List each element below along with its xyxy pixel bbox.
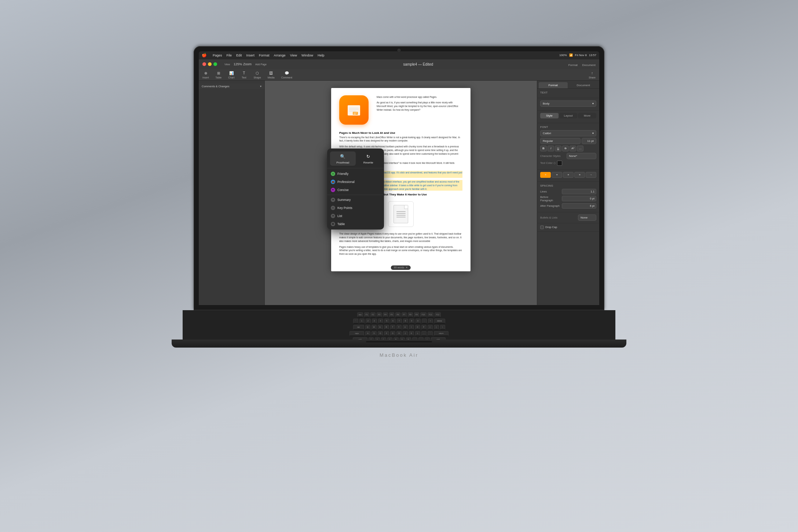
key-v[interactable]: V bbox=[387, 337, 392, 340]
minimize-button[interactable] bbox=[208, 62, 212, 66]
key-caps[interactable]: caps bbox=[349, 331, 364, 336]
key-comma[interactable]: , bbox=[412, 337, 417, 340]
key-f10[interactable]: F10 bbox=[420, 312, 427, 318]
table-button[interactable]: ⊞ Table bbox=[216, 71, 222, 79]
key-k[interactable]: K bbox=[409, 331, 414, 336]
key-esc[interactable]: esc bbox=[357, 312, 363, 318]
format-tab-top[interactable]: Format bbox=[568, 63, 578, 67]
professional-option[interactable]: 💼 Professional bbox=[327, 178, 384, 186]
key-i[interactable]: I bbox=[409, 325, 414, 330]
key-6[interactable]: 6 bbox=[391, 319, 396, 324]
key-s[interactable]: S bbox=[371, 331, 377, 336]
align-right-button[interactable]: ≡ bbox=[563, 172, 574, 178]
key-f[interactable]: F bbox=[384, 331, 389, 336]
key-g[interactable]: G bbox=[390, 331, 395, 336]
key-9[interactable]: 9 bbox=[409, 319, 414, 324]
key-j[interactable]: J bbox=[403, 331, 408, 336]
key-x[interactable]: X bbox=[375, 337, 380, 340]
key-0[interactable]: 0 bbox=[416, 319, 421, 324]
key-4[interactable]: 4 bbox=[378, 319, 383, 324]
key-a[interactable]: A bbox=[365, 331, 370, 336]
menu-window[interactable]: Window bbox=[301, 54, 313, 57]
comment-button[interactable]: 💬 Comment bbox=[281, 71, 292, 79]
key-f12[interactable]: F12 bbox=[435, 312, 441, 318]
key-f5[interactable]: F5 bbox=[389, 312, 394, 318]
key-lbracket[interactable]: [ bbox=[428, 325, 433, 330]
add-page-button[interactable]: Add Page bbox=[254, 62, 268, 66]
key-f8[interactable]: F8 bbox=[408, 312, 413, 318]
key-w[interactable]: W bbox=[371, 325, 377, 330]
key-period[interactable]: . bbox=[418, 337, 424, 340]
key-m[interactable]: M bbox=[406, 337, 411, 340]
share-button[interactable]: ↑ Share bbox=[589, 71, 596, 79]
key-f7[interactable]: F7 bbox=[402, 312, 407, 318]
key-5[interactable]: 5 bbox=[384, 319, 389, 324]
key-quote[interactable]: ' bbox=[428, 331, 433, 336]
key-tab[interactable]: tab bbox=[353, 325, 364, 330]
underline-button[interactable]: U bbox=[555, 146, 561, 151]
key-f11[interactable]: F11 bbox=[428, 312, 434, 318]
font-name-selector[interactable]: Calibri ▾ bbox=[540, 130, 596, 136]
key-p[interactable]: P bbox=[421, 325, 427, 330]
menu-edit[interactable]: Edit bbox=[236, 54, 242, 57]
key-t[interactable]: T bbox=[390, 325, 395, 330]
indent-button[interactable]: → bbox=[586, 172, 596, 178]
concise-option[interactable]: ✂ Concise bbox=[327, 186, 384, 194]
format-tab[interactable]: Format bbox=[539, 82, 568, 88]
key-c[interactable]: C bbox=[381, 337, 386, 340]
options-button[interactable]: … bbox=[577, 146, 583, 151]
menu-help[interactable]: Help bbox=[318, 54, 325, 57]
drop-cap-checkbox[interactable] bbox=[540, 225, 544, 229]
key-slash[interactable]: / bbox=[425, 337, 430, 340]
menu-insert[interactable]: Insert bbox=[246, 54, 255, 57]
apple-menu[interactable]: 🍎 bbox=[202, 53, 207, 58]
key-backtick[interactable]: ` bbox=[353, 319, 358, 324]
close-button[interactable] bbox=[202, 62, 206, 66]
menu-file[interactable]: File bbox=[227, 54, 232, 57]
layout-tab[interactable]: Layout bbox=[559, 113, 578, 118]
key-q[interactable]: Q bbox=[365, 325, 370, 330]
key-u[interactable]: U bbox=[403, 325, 408, 330]
key-l[interactable]: L bbox=[415, 331, 420, 336]
menu-arrange[interactable]: Arrange bbox=[274, 54, 286, 57]
italic-button[interactable]: I bbox=[548, 146, 554, 151]
body-selector[interactable]: Body ▾ bbox=[540, 100, 596, 107]
lines-value[interactable]: 1.1 bbox=[562, 189, 596, 194]
menu-view[interactable]: View bbox=[290, 54, 297, 57]
rewrite-button[interactable]: ↻ Rewrite bbox=[356, 151, 381, 166]
key-minus[interactable]: - bbox=[422, 319, 427, 324]
key-d[interactable]: D bbox=[378, 331, 383, 336]
menu-format[interactable]: Format bbox=[259, 54, 270, 57]
before-para-value[interactable]: 0 pt bbox=[562, 196, 596, 201]
key-f9[interactable]: F9 bbox=[414, 312, 419, 318]
align-left-button[interactable]: ≡ bbox=[540, 172, 551, 178]
strikethrough-button[interactable]: S bbox=[562, 146, 569, 151]
proofread-button[interactable]: 🔍 Proofread bbox=[330, 151, 356, 166]
key-backslash[interactable]: \ bbox=[440, 325, 445, 330]
key-f6[interactable]: F6 bbox=[395, 312, 400, 318]
key-n[interactable]: N bbox=[400, 337, 405, 340]
menu-pages[interactable]: Pages bbox=[213, 54, 222, 57]
chart-button[interactable]: 📊 Chart bbox=[228, 71, 234, 79]
key-y[interactable]: Y bbox=[396, 325, 402, 330]
comments-bar[interactable]: Comments & Changes ▾ bbox=[199, 84, 264, 89]
key-rbracket[interactable]: ] bbox=[434, 325, 439, 330]
key-f3[interactable]: F3 bbox=[377, 312, 382, 318]
key-2[interactable]: 2 bbox=[366, 319, 371, 324]
text-button[interactable]: T Text bbox=[241, 71, 247, 79]
key-3[interactable]: 3 bbox=[372, 319, 377, 324]
media-button[interactable]: 🖼 Media bbox=[268, 71, 275, 79]
shape-button[interactable]: ⬡ Shape bbox=[253, 71, 261, 79]
key-f1[interactable]: F1 bbox=[364, 312, 369, 318]
zoom-control[interactable]: 125% Zoom bbox=[234, 62, 252, 66]
fullscreen-button[interactable] bbox=[213, 62, 217, 66]
key-equals[interactable]: = bbox=[428, 319, 433, 324]
text-color-swatch[interactable] bbox=[557, 161, 562, 166]
superscript-button[interactable]: A² bbox=[570, 146, 576, 151]
friendly-option[interactable]: ☺ Friendly bbox=[327, 170, 384, 178]
after-para-value[interactable]: 6 pt bbox=[562, 203, 596, 209]
table-option[interactable]: ⊞ Table bbox=[327, 220, 384, 228]
document-tab[interactable]: Document bbox=[569, 82, 598, 88]
key-return[interactable]: return bbox=[434, 331, 449, 336]
document-tab-top[interactable]: Document bbox=[582, 63, 596, 67]
